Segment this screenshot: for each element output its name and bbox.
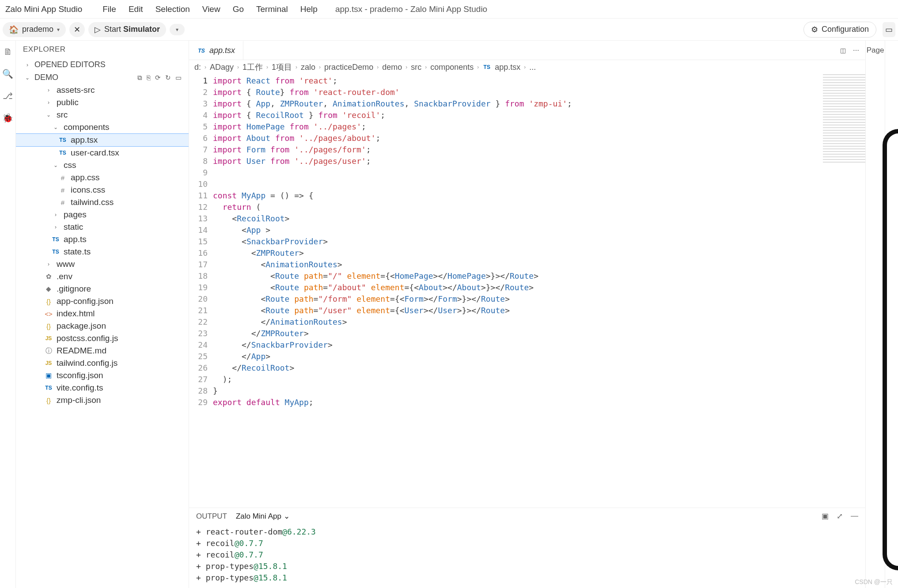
file-gitignore[interactable]: ◆.gitignore (16, 283, 189, 295)
project-selector[interactable]: 🏠 prademo ▾ (3, 22, 66, 37)
start-simulator-button[interactable]: ▷ Start Simulator (88, 22, 166, 37)
extra-panel-button[interactable]: ▭ (883, 22, 895, 37)
menu-view[interactable]: View (202, 4, 220, 14)
window-title: app.tsx - prademo - Zalo Mini App Studio (335, 4, 487, 14)
menu-edit[interactable]: Edit (129, 4, 143, 14)
file-env[interactable]: ✿.env (16, 270, 189, 283)
folder-components[interactable]: ⌄components (16, 121, 189, 133)
refresh2-icon[interactable]: ↻ (165, 74, 171, 82)
config-label: Configuration (822, 25, 869, 34)
folder-pages[interactable]: ›pages (16, 209, 189, 221)
menu-help[interactable]: Help (300, 4, 318, 14)
code-editor[interactable]: 1234567891011121314151617181920212223242… (189, 74, 865, 508)
code-content[interactable]: import React from 'react';import { Route… (213, 74, 865, 508)
minimize-icon[interactable]: — (851, 512, 858, 521)
split-editor-icon[interactable]: ◫ (840, 47, 846, 54)
more-icon[interactable]: ⋯ (853, 47, 859, 54)
debug-icon[interactable]: 🐞 (3, 113, 13, 123)
file-tailwind-css[interactable]: #tailwind.css (16, 196, 189, 209)
file-index-html[interactable]: <>index.html (16, 307, 189, 320)
watermark: CSDN @一只 (855, 578, 893, 586)
output-selector[interactable]: Zalo Mini App ⌄ (236, 512, 290, 521)
search-icon[interactable]: 🔍 (3, 69, 13, 79)
chevron-right-icon: › (23, 62, 32, 68)
root-folder-label: DEMO (34, 73, 58, 82)
app-title: Zalo Mini App Studio (5, 4, 82, 14)
tab-label: app.tsx (209, 46, 235, 55)
source-control-icon[interactable]: ⎇ (3, 91, 13, 101)
bc-item[interactable]: ADagy (210, 63, 234, 72)
file-tree: ›assets-src ›public ⌄src ⌄components TSa… (16, 84, 189, 588)
folder-src[interactable]: ⌄src (16, 109, 189, 121)
file-tailwind-cfg[interactable]: JStailwind.config.js (16, 357, 189, 369)
new-file-icon[interactable]: ⧉ (137, 74, 142, 82)
bc-item[interactable]: d: (194, 63, 201, 72)
explorer-icon[interactable]: 🗎 (3, 47, 13, 57)
folder-www[interactable]: ›www (16, 258, 189, 270)
file-app-config[interactable]: {}app-config.json (16, 295, 189, 307)
file-vite[interactable]: TSvite.config.ts (16, 382, 189, 394)
menu-file[interactable]: File (102, 4, 116, 14)
folder-css[interactable]: ⌄css (16, 159, 189, 171)
file-state-ts[interactable]: TSstate.ts (16, 246, 189, 258)
simulator-options[interactable]: ▾ (170, 24, 185, 35)
bc-item[interactable]: src (411, 63, 421, 72)
file-app-ts[interactable]: TSapp.ts (16, 233, 189, 246)
lock-icon[interactable]: ▣ (822, 512, 829, 521)
output-content[interactable]: + react-router-dom@6.22.3+ recoil@0.7.7+… (189, 524, 865, 588)
bc-item[interactable]: 1项目 (272, 62, 292, 72)
file-icons-css[interactable]: #icons.css (16, 184, 189, 196)
page-tab[interactable]: Page (867, 46, 884, 55)
breadcrumbs[interactable]: d:› ADagy› 1工作› 1项目› zalo› practiceDemo›… (189, 60, 865, 74)
file-readme[interactable]: ⓘREADME.md (16, 345, 189, 357)
file-package-json[interactable]: {}package.json (16, 320, 189, 332)
bc-item[interactable]: demo (382, 63, 402, 72)
chevron-down-icon: ⌄ (23, 75, 32, 81)
file-zmp-cli[interactable]: {}zmp-cli.json (16, 394, 189, 406)
right-sidebar: Page (865, 41, 885, 588)
file-app-tsx[interactable]: TSapp.tsx (16, 133, 189, 147)
chevron-down-icon: ▾ (176, 27, 178, 33)
chevron-down-icon: ⌄ (284, 512, 290, 520)
close-project-button[interactable]: ✕ (69, 22, 85, 37)
new-folder-icon[interactable]: ⎘ (147, 74, 151, 82)
bc-item[interactable]: app.tsx (495, 63, 520, 72)
play-icon: ▷ (95, 25, 101, 34)
expand-icon[interactable]: ⤢ (837, 512, 843, 521)
home-icon: 🏠 (9, 25, 19, 34)
bc-item[interactable]: components (430, 63, 474, 72)
tab-app-tsx[interactable]: TS app.tsx (189, 41, 243, 60)
root-folder-header[interactable]: ⌄ DEMO ⧉ ⎘ ⟳ ↻ ▭ (16, 71, 189, 84)
menu-go[interactable]: Go (233, 4, 244, 14)
gear-icon: ⚙ (811, 25, 818, 34)
explorer-title: EXPLORER (16, 41, 189, 58)
file-app-css[interactable]: #app.css (16, 171, 189, 184)
bc-item[interactable]: 1工作 (242, 62, 263, 72)
simulator-preview (885, 41, 898, 588)
editor-tabs: TS app.tsx ◫ ⋯ (189, 41, 865, 60)
bc-item[interactable]: practiceDemo (324, 63, 373, 72)
menu-selection[interactable]: Selection (155, 4, 190, 14)
output-tab[interactable]: OUTPUT (196, 512, 227, 521)
folder-static[interactable]: ›static (16, 221, 189, 233)
explorer-panel: EXPLORER › OPENED EDITORS ⌄ DEMO ⧉ ⎘ ⟳ ↻… (16, 41, 189, 588)
explorer-toolbar: ⧉ ⎘ ⟳ ↻ ▭ (137, 74, 182, 82)
opened-editors-label: OPENED EDITORS (34, 60, 106, 69)
file-tsconfig[interactable]: ▣tsconfig.json (16, 369, 189, 382)
file-postcss[interactable]: JSpostcss.config.js (16, 332, 189, 345)
refresh-icon[interactable]: ⟳ (155, 74, 161, 82)
folder-public[interactable]: ›public (16, 96, 189, 109)
start-sim-label: Start Simulator (104, 25, 160, 34)
folder-assets-src[interactable]: ›assets-src (16, 84, 189, 96)
menu-terminal[interactable]: Terminal (256, 4, 288, 14)
file-user-card-tsx[interactable]: TSuser-card.tsx (16, 147, 189, 159)
activity-bar: 🗎 🔍 ⎇ 🐞 (0, 41, 16, 588)
output-panel: OUTPUT Zalo Mini App ⌄ ▣ ⤢ — + react-rou… (189, 508, 865, 588)
configuration-button[interactable]: ⚙ Configuration (803, 22, 876, 38)
editor-area: TS app.tsx ◫ ⋯ d:› ADagy› 1工作› 1项目› zalo… (189, 41, 865, 588)
toolbar: 🏠 prademo ▾ ✕ ▷ Start Simulator ▾ ⚙ Conf… (0, 19, 898, 41)
opened-editors-section[interactable]: › OPENED EDITORS (16, 58, 189, 71)
minimap[interactable] (823, 74, 865, 163)
collapse-icon[interactable]: ▭ (175, 74, 182, 82)
bc-item[interactable]: zalo (301, 63, 315, 72)
